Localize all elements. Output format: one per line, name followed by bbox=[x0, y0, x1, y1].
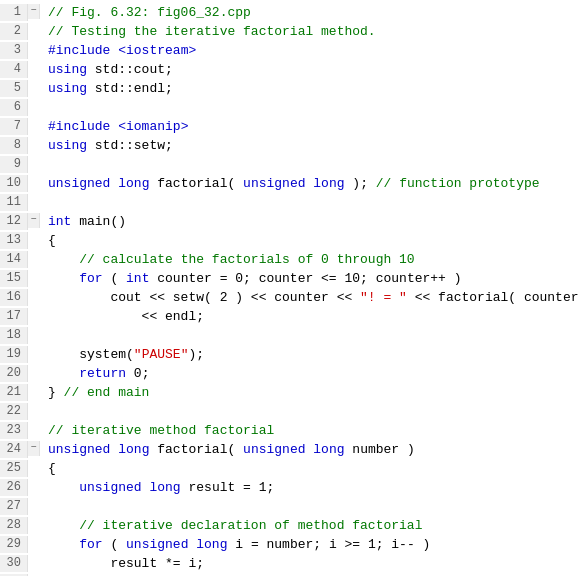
code-line: 3#include <iostream> bbox=[0, 42, 586, 61]
code-line: 27 bbox=[0, 498, 586, 517]
line-number: 12 bbox=[0, 213, 28, 230]
code-segment: std::setw; bbox=[87, 138, 173, 153]
code-content: for ( unsigned long i = number; i >= 1; … bbox=[40, 536, 586, 555]
line-number: 2 bbox=[0, 23, 28, 40]
code-line: 1−// Fig. 6.32: fig06_32.cpp bbox=[0, 4, 586, 23]
code-segment: counter = 0; counter <= 10; counter++ ) bbox=[149, 271, 461, 286]
code-content: // iterative method factorial bbox=[40, 422, 586, 441]
code-segment: long bbox=[118, 442, 149, 457]
fold-gutter[interactable]: − bbox=[28, 441, 40, 456]
code-segment: } bbox=[48, 385, 64, 400]
code-line: 15 for ( int counter = 0; counter <= 10;… bbox=[0, 270, 586, 289]
code-line: 9 bbox=[0, 156, 586, 175]
code-content: // Fig. 6.32: fig06_32.cpp bbox=[40, 4, 586, 23]
code-content bbox=[40, 99, 586, 118]
line-number: 14 bbox=[0, 251, 28, 268]
code-content: // iterative declaration of method facto… bbox=[40, 517, 586, 536]
code-line: 17 << endl; bbox=[0, 308, 586, 327]
code-segment: 0; bbox=[126, 366, 149, 381]
line-number: 23 bbox=[0, 422, 28, 439]
code-content: unsigned long factorial( unsigned long n… bbox=[40, 441, 586, 460]
code-segment: long bbox=[313, 442, 344, 457]
code-segment: using bbox=[48, 62, 87, 77]
code-segment: long bbox=[118, 176, 149, 191]
fold-gutter[interactable]: − bbox=[28, 213, 40, 228]
code-segment bbox=[48, 252, 79, 267]
code-line: 10unsigned long factorial( unsigned long… bbox=[0, 175, 586, 194]
code-line: 24−unsigned long factorial( unsigned lon… bbox=[0, 441, 586, 460]
code-segment: using bbox=[48, 138, 87, 153]
code-segment: for bbox=[79, 537, 102, 552]
code-editor: 1−// Fig. 6.32: fig06_32.cpp2// Testing … bbox=[0, 0, 586, 576]
code-segment: main() bbox=[71, 214, 126, 229]
code-content: result *= i; bbox=[40, 555, 586, 574]
code-content: system("PAUSE"); bbox=[40, 346, 586, 365]
code-line: 23// iterative method factorial bbox=[0, 422, 586, 441]
code-content: { bbox=[40, 460, 586, 479]
code-segment: unsigned bbox=[126, 537, 188, 552]
code-segment: // Testing the iterative factorial metho… bbox=[48, 24, 376, 39]
code-segment: "PAUSE" bbox=[134, 347, 189, 362]
code-content bbox=[40, 194, 586, 213]
code-line: 20 return 0; bbox=[0, 365, 586, 384]
line-number: 20 bbox=[0, 365, 28, 382]
code-segment: // function prototype bbox=[376, 176, 540, 191]
code-segment: // calculate the factorials of 0 through… bbox=[79, 252, 414, 267]
line-number: 19 bbox=[0, 346, 28, 363]
line-number: 15 bbox=[0, 270, 28, 287]
code-segment: // iterative declaration of method facto… bbox=[79, 518, 422, 533]
code-segment bbox=[48, 366, 79, 381]
line-number: 13 bbox=[0, 232, 28, 249]
code-content: unsigned long result = 1; bbox=[40, 479, 586, 498]
code-segment: number ) bbox=[345, 442, 415, 457]
code-line: 26 unsigned long result = 1; bbox=[0, 479, 586, 498]
code-segment: std::cout; bbox=[87, 62, 173, 77]
code-segment: int bbox=[126, 271, 149, 286]
code-segment: <iostream> bbox=[118, 43, 196, 58]
code-segment: factorial( bbox=[149, 442, 243, 457]
fold-gutter[interactable]: − bbox=[28, 4, 40, 19]
code-content: unsigned long factorial( unsigned long )… bbox=[40, 175, 586, 194]
code-segment: << endl; bbox=[48, 309, 204, 324]
line-number: 8 bbox=[0, 137, 28, 154]
code-content bbox=[40, 156, 586, 175]
line-number: 22 bbox=[0, 403, 28, 420]
code-segment: unsigned bbox=[243, 176, 305, 191]
code-segment: { bbox=[48, 461, 56, 476]
code-segment: ); bbox=[345, 176, 376, 191]
code-segment: ); bbox=[188, 347, 204, 362]
code-line: 13{ bbox=[0, 232, 586, 251]
code-segment: unsigned bbox=[79, 480, 141, 495]
line-number: 30 bbox=[0, 555, 28, 572]
code-line: 25{ bbox=[0, 460, 586, 479]
code-segment: #include bbox=[48, 43, 118, 58]
code-content: #include <iomanip> bbox=[40, 118, 586, 137]
code-segment bbox=[48, 518, 79, 533]
line-number: 10 bbox=[0, 175, 28, 192]
line-number: 5 bbox=[0, 80, 28, 97]
code-segment: unsigned bbox=[48, 176, 110, 191]
code-segment: for bbox=[79, 271, 102, 286]
line-number: 26 bbox=[0, 479, 28, 496]
code-segment bbox=[48, 537, 79, 552]
line-number: 17 bbox=[0, 308, 28, 325]
code-segment: cout << setw( 2 ) << counter << bbox=[48, 290, 360, 305]
code-line: 7#include <iomanip> bbox=[0, 118, 586, 137]
code-segment: << factorial( counter ) bbox=[407, 290, 586, 305]
code-segment: return bbox=[79, 366, 126, 381]
code-segment: factorial( bbox=[149, 176, 243, 191]
line-number: 27 bbox=[0, 498, 28, 515]
code-line: 19 system("PAUSE"); bbox=[0, 346, 586, 365]
code-segment: // end main bbox=[64, 385, 150, 400]
code-line: 28 // iterative declaration of method fa… bbox=[0, 517, 586, 536]
line-number: 16 bbox=[0, 289, 28, 306]
code-content: int main() bbox=[40, 213, 586, 232]
line-number: 3 bbox=[0, 42, 28, 59]
code-segment: long bbox=[149, 480, 180, 495]
code-segment bbox=[48, 271, 79, 286]
line-number: 24 bbox=[0, 441, 28, 458]
code-content: } // end main bbox=[40, 384, 586, 403]
code-line: 29 for ( unsigned long i = number; i >= … bbox=[0, 536, 586, 555]
code-line: 11 bbox=[0, 194, 586, 213]
code-segment bbox=[48, 480, 79, 495]
